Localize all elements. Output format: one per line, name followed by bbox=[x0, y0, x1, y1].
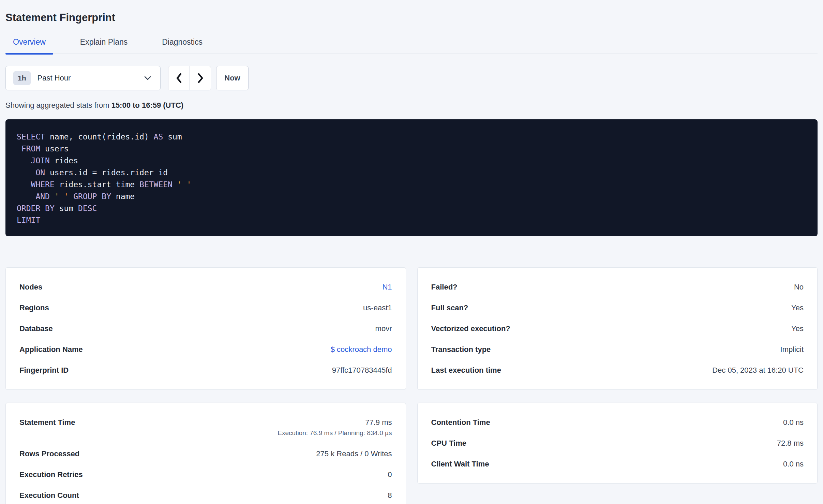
row-value: 275 k Reads / 0 Writes bbox=[316, 449, 392, 458]
page-title: Statement Fingerprint bbox=[5, 12, 818, 24]
stats-caption-prefix: Showing aggregated stats from bbox=[5, 101, 109, 109]
row-label: CPU Time bbox=[431, 439, 467, 448]
prev-range-button[interactable] bbox=[168, 66, 190, 90]
card-statement-details: NodesN1Regionsus-east1DatabasemovrApplic… bbox=[5, 267, 406, 390]
sql-line: JOIN rides bbox=[17, 155, 807, 167]
summary-row: Execution Retries0 bbox=[19, 464, 392, 485]
row-value: Yes bbox=[791, 324, 804, 333]
summary-row: Application Name$ cockroach demo bbox=[19, 339, 392, 360]
summary-row: Client Wait Time0.0 ns bbox=[431, 454, 804, 474]
sql-line: LIMIT _ bbox=[17, 214, 807, 226]
row-value: 0 bbox=[388, 470, 392, 479]
row-value: Dec 05, 2023 at 16:20 UTC bbox=[712, 366, 804, 375]
row-label: Fingerprint ID bbox=[19, 366, 69, 375]
row-subtext: Execution: 76.9 ms / Planning: 834.0 µs bbox=[278, 428, 392, 438]
row-label: Failed? bbox=[431, 282, 458, 292]
stats-caption-range: 15:00 to 16:59 (UTC) bbox=[111, 101, 184, 109]
tab-bar: Overview Explain Plans Diagnostics bbox=[5, 38, 818, 54]
row-value: 8 bbox=[388, 491, 392, 500]
summary-row: Execution Count8 bbox=[19, 485, 392, 504]
sql-line: ORDER BY sum DESC bbox=[17, 203, 807, 214]
summary-row: Vectorized execution?Yes bbox=[431, 318, 804, 339]
statement-fingerprint-page: Statement Fingerprint Overview Explain P… bbox=[0, 12, 823, 504]
next-range-button[interactable] bbox=[190, 66, 211, 90]
row-label: Statement Time bbox=[19, 418, 75, 427]
row-value: Implicit bbox=[780, 345, 804, 354]
sql-line: WHERE rides.start_time BETWEEN '_' bbox=[17, 179, 807, 191]
chevron-right-icon bbox=[197, 73, 204, 84]
sql-line: FROM users bbox=[17, 143, 807, 155]
row-label: Application Name bbox=[19, 345, 83, 354]
row-value: us-east1 bbox=[363, 303, 392, 312]
summary-row: Contention Time0.0 ns bbox=[431, 412, 804, 433]
row-value: No bbox=[794, 282, 804, 292]
row-value: 0.0 ns bbox=[783, 418, 804, 427]
row-label: Execution Count bbox=[19, 491, 79, 500]
summary-row: Last execution timeDec 05, 2023 at 16:20… bbox=[431, 360, 804, 381]
row-label: Last execution time bbox=[431, 366, 501, 375]
tab-overview[interactable]: Overview bbox=[5, 38, 53, 54]
time-range-dropdown[interactable]: 1h Past Hour bbox=[5, 66, 161, 90]
now-button[interactable]: Now bbox=[216, 66, 249, 90]
summary-row: CPU Time72.8 ms bbox=[431, 433, 804, 454]
summary-row: Regionsus-east1 bbox=[19, 297, 392, 318]
row-value: 72.8 ms bbox=[777, 439, 804, 448]
card-resource-usage: Contention Time0.0 nsCPU Time72.8 msClie… bbox=[417, 403, 818, 484]
summary-cards: NodesN1Regionsus-east1DatabasemovrApplic… bbox=[5, 267, 818, 504]
summary-row: Full scan?Yes bbox=[431, 297, 804, 318]
card-statement-timings: Statement Time77.9 msExecution: 76.9 ms … bbox=[5, 403, 406, 504]
sql-statement: SELECT name, count(rides.id) AS sum FROM… bbox=[5, 119, 818, 236]
time-range-stepper bbox=[168, 66, 211, 90]
row-value-link[interactable]: $ cockroach demo bbox=[331, 345, 392, 354]
chevron-down-icon bbox=[144, 76, 151, 80]
summary-row: NodesN1 bbox=[19, 277, 392, 297]
row-label: Database bbox=[19, 324, 53, 333]
row-label: Full scan? bbox=[431, 303, 468, 312]
row-value: movr bbox=[375, 324, 392, 333]
row-label: Vectorized execution? bbox=[431, 324, 510, 333]
row-label: Transaction type bbox=[431, 345, 491, 354]
tab-diagnostics[interactable]: Diagnostics bbox=[154, 38, 210, 54]
time-range-label: Past Hour bbox=[38, 74, 144, 83]
summary-row: Databasemovr bbox=[19, 318, 392, 339]
chevron-left-icon bbox=[176, 73, 182, 84]
sql-line: SELECT name, count(rides.id) AS sum bbox=[17, 131, 807, 143]
row-label: Execution Retries bbox=[19, 470, 83, 479]
row-value: Yes bbox=[791, 303, 804, 312]
time-range-badge: 1h bbox=[13, 71, 31, 85]
tab-explain-plans[interactable]: Explain Plans bbox=[73, 38, 135, 54]
row-label: Regions bbox=[19, 303, 49, 312]
row-label: Client Wait Time bbox=[431, 459, 489, 469]
row-label: Contention Time bbox=[431, 418, 490, 427]
sql-line: AND '_' GROUP BY name bbox=[17, 191, 807, 203]
row-value-link[interactable]: N1 bbox=[382, 283, 392, 291]
row-label: Rows Processed bbox=[19, 449, 79, 458]
summary-row: Rows Processed275 k Reads / 0 Writes bbox=[19, 443, 392, 464]
row-value: 97ffc170783445fd bbox=[332, 366, 392, 375]
card-execution-attributes: Failed?NoFull scan?YesVectorized executi… bbox=[417, 267, 818, 390]
summary-row: Statement Time77.9 msExecution: 76.9 ms … bbox=[19, 412, 392, 443]
time-controls: 1h Past Hour bbox=[5, 66, 818, 90]
row-value: 0.0 ns bbox=[783, 459, 804, 469]
summary-row: Failed?No bbox=[431, 277, 804, 297]
row-value: 77.9 ms bbox=[278, 418, 392, 427]
summary-row: Fingerprint ID97ffc170783445fd bbox=[19, 360, 392, 381]
aggregated-stats-caption: Showing aggregated stats from 15:00 to 1… bbox=[5, 101, 818, 110]
sql-line: ON users.id = rides.rider_id bbox=[17, 167, 807, 179]
row-label: Nodes bbox=[19, 282, 42, 292]
summary-row: Transaction typeImplicit bbox=[431, 339, 804, 360]
